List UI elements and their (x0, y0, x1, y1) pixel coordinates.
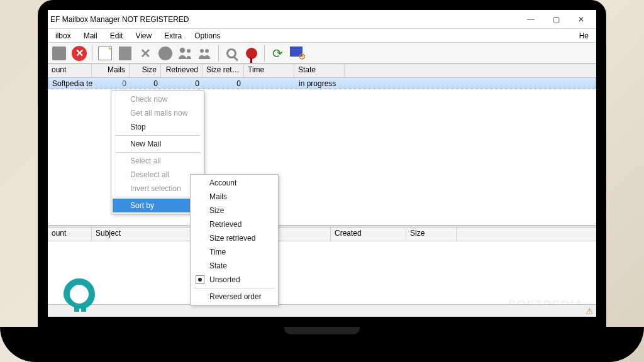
col-size-retrieved[interactable]: Size retri... (203, 64, 244, 77)
maximize-button[interactable]: ▢ (543, 11, 569, 28)
col-account[interactable]: ount (48, 64, 92, 77)
tb-doc-icon[interactable] (116, 45, 134, 62)
tb-search-icon[interactable] (223, 45, 240, 62)
col-time[interactable]: Time (244, 64, 294, 77)
sort-reversed[interactable]: Reversed order (192, 290, 277, 304)
cell-size: 0 (130, 79, 162, 88)
cell-state: in progress (295, 79, 345, 88)
accounts-table-row[interactable]: Softpedia test 0 0 0 0 in progress (48, 78, 596, 89)
svg-point-0 (180, 48, 185, 53)
tb-group-icon[interactable] (197, 45, 214, 62)
tb-new-icon[interactable] (96, 45, 114, 62)
mcol-size[interactable]: Size (406, 228, 457, 241)
sort-account[interactable]: Account (192, 176, 277, 190)
ctx-new-mail[interactable]: New Mail (113, 137, 203, 151)
tb-users-icon[interactable] (177, 45, 194, 62)
laptop-base (0, 327, 644, 362)
cell-mails: 0 (92, 79, 130, 88)
ctx-deselect-all[interactable]: Deselect all (113, 168, 203, 182)
sort-submenu: Account Mails Size Retrieved Size retrie… (190, 174, 279, 305)
ctx-sort-by[interactable]: Sort by ▶ (113, 199, 203, 212)
sort-size-retrieved[interactable]: Size retrieved (192, 231, 277, 245)
mails-table-header: ount Subject Fr Created Size (48, 228, 596, 241)
screen: EF Mailbox Manager NOT REGISTERED — ▢ ✕ … (48, 10, 596, 317)
tb-pin-icon[interactable] (243, 45, 260, 62)
menu-extra[interactable]: Extra (158, 30, 188, 41)
ctx-sep-2 (115, 152, 200, 153)
toolbar: ✕ ✕ ⟳ ⚙ (48, 43, 596, 64)
menu-edit[interactable]: Edit (104, 30, 130, 41)
svg-point-3 (205, 49, 209, 53)
sort-state[interactable]: State (192, 259, 277, 273)
tb-delete-icon[interactable]: ✕ (136, 45, 154, 62)
mcol-count[interactable]: ount (48, 228, 92, 241)
accounts-table-header: ount Mails Size Retrieved Size retri... … (48, 64, 596, 78)
cell-account: Softpedia test (48, 79, 92, 88)
sort-retrieved[interactable]: Retrieved (192, 217, 277, 231)
sort-sep (194, 288, 274, 288)
close-button[interactable]: ✕ (569, 11, 594, 28)
menu-mailbox[interactable]: ilbox (49, 30, 77, 41)
ctx-check-now[interactable]: Check now (113, 92, 203, 106)
radio-checked-icon (196, 275, 204, 284)
sort-size[interactable]: Size (192, 204, 277, 217)
menubar: ilbox Mail Edit View Extra Options He (48, 29, 596, 43)
menu-options[interactable]: Options (188, 30, 226, 41)
tb-mark-icon[interactable] (157, 45, 174, 62)
titlebar: EF Mailbox Manager NOT REGISTERED — ▢ ✕ (48, 10, 596, 29)
decorative-logo (60, 275, 98, 313)
mcol-created[interactable]: Created (331, 228, 406, 241)
menu-view[interactable]: View (129, 30, 158, 41)
svg-point-1 (187, 49, 191, 53)
tb-stop-icon[interactable] (50, 45, 68, 62)
mcol-subject[interactable]: Subject (92, 228, 205, 241)
sort-time[interactable]: Time (192, 245, 277, 259)
ctx-select-all[interactable]: Select all (113, 154, 203, 168)
ctx-sort-by-label: Sort by (130, 201, 154, 210)
col-retrieved[interactable]: Retrieved (161, 64, 203, 77)
tb-save-settings-icon[interactable]: ⚙ (289, 45, 306, 62)
warning-icon: ⚠ (586, 306, 594, 316)
statusbar: ⚠ (48, 304, 596, 317)
col-state[interactable]: State (294, 64, 345, 77)
laptop-frame: EF Mailbox Manager NOT REGISTERED — ▢ ✕ … (38, 0, 606, 327)
ctx-get-all[interactable]: Get all mails now (113, 106, 203, 120)
col-size[interactable]: Size (130, 64, 161, 77)
laptop-notch (284, 327, 360, 334)
ctx-sep-3 (115, 197, 200, 197)
svg-point-2 (200, 49, 204, 53)
col-mails[interactable]: Mails (92, 64, 130, 77)
menu-help[interactable]: He (573, 30, 595, 41)
ctx-invert[interactable]: Invert selection (113, 182, 203, 195)
sort-unsorted[interactable]: Unsorted (192, 273, 277, 287)
window-title: EF Mailbox Manager NOT REGISTERED (50, 15, 518, 24)
cell-size-retrieved: 0 (203, 79, 245, 88)
ctx-sep-1 (115, 135, 200, 136)
minimize-button[interactable]: — (518, 11, 543, 28)
menu-mail[interactable]: Mail (77, 30, 104, 41)
sort-mails[interactable]: Mails (192, 190, 277, 204)
sort-unsorted-label: Unsorted (209, 275, 240, 284)
cell-retrieved: 0 (162, 79, 203, 88)
tb-close-icon[interactable]: ✕ (70, 45, 88, 62)
ctx-stop[interactable]: Stop (113, 120, 203, 134)
tb-refresh-icon[interactable]: ⟳ (269, 45, 286, 62)
